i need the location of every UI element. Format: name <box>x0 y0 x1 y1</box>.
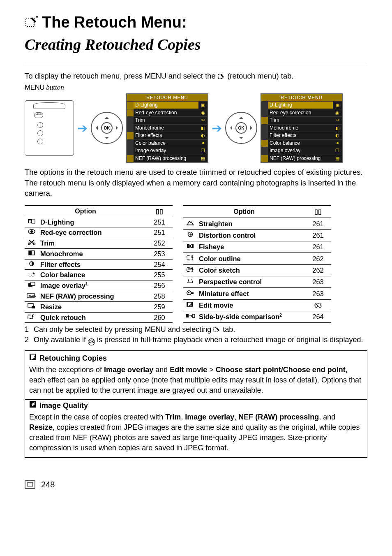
options-tables: Option▯▯ ED-Lighting251Red-eye correctio… <box>25 205 367 323</box>
table-row: Distortion control261 <box>183 229 331 241</box>
svg-point-13 <box>29 274 31 276</box>
page-ref: 262 <box>305 253 331 264</box>
footnotes: 1Can only be selected by pressing MENU a… <box>25 324 367 345</box>
svg-rect-11 <box>29 251 32 255</box>
page-ref: 256 <box>146 280 173 291</box>
page-ref-icon: ▯▯ <box>156 208 163 215</box>
table-row: Fisheye261 <box>183 241 331 253</box>
retouch-tab-icon <box>213 327 221 333</box>
option-label: Miniature effect <box>197 288 305 299</box>
dpad-2: OK <box>225 112 257 144</box>
options-table-right: Option▯▯ Straighten261Distortion control… <box>183 205 331 323</box>
page-ref: 63 <box>305 299 331 311</box>
svg-point-1 <box>36 16 38 18</box>
edmov-icon <box>183 299 197 311</box>
option-label: Color balance <box>39 270 146 280</box>
option-label: Resize <box>39 301 146 312</box>
svg-rect-37 <box>192 314 195 317</box>
page-ref: 251 <box>146 227 173 238</box>
svg-rect-22 <box>28 315 32 319</box>
redeye-icon <box>25 227 39 238</box>
ok-button-icon: OK <box>88 338 95 345</box>
sbs-icon <box>183 311 197 322</box>
arrow-icon: ➔ <box>77 120 88 137</box>
colorbal-icon <box>25 270 39 280</box>
distort-icon <box>183 229 197 241</box>
overlay-icon <box>25 280 39 291</box>
page-ref: 259 <box>146 301 173 312</box>
option-label: Color outline <box>197 253 305 264</box>
table-row: Color sketch262 <box>183 264 331 276</box>
quick-icon <box>25 312 39 323</box>
svg-rect-31 <box>191 292 194 294</box>
option-label: Side-by-side comparison2 <box>197 311 305 322</box>
page-footer: 248 <box>25 479 367 491</box>
dlight-icon: E <box>25 217 39 227</box>
svg-text:+: + <box>35 295 37 298</box>
table-row: Side-by-side comparison2264 <box>183 311 331 322</box>
page-ref: 252 <box>146 238 173 249</box>
filter-icon <box>25 259 39 270</box>
dpad-1: OK <box>91 112 123 144</box>
title-line-1: The Retouch Menu: <box>25 12 367 33</box>
mono-icon <box>25 248 39 259</box>
page-ref: 260 <box>146 312 173 323</box>
camera-illustration <box>25 100 74 156</box>
svg-rect-16 <box>31 282 35 285</box>
option-label: Quick retouch <box>39 312 146 323</box>
lcd-1: RETOUCH MENU D-Lighting▣ Red-eye correct… <box>126 93 208 163</box>
page-ref: 258 <box>146 291 173 302</box>
table-row: Color balance255 <box>25 270 173 280</box>
table-row: Quick retouch260 <box>25 312 173 323</box>
menu-button-caption: MENU button <box>25 83 367 92</box>
option-label: D-Lighting <box>39 217 146 227</box>
title-text-1: The Retouch Menu: <box>42 12 187 33</box>
section-tab-icon <box>25 480 35 489</box>
option-label: Perspective control <box>197 276 305 287</box>
sketch-icon <box>183 264 197 276</box>
option-label: Image overlay1 <box>39 280 146 291</box>
option-label: Red-eye correction <box>39 227 146 238</box>
trim-icon <box>25 238 39 249</box>
outline-icon <box>183 253 197 264</box>
table-row: Color outline262 <box>183 253 331 264</box>
page-ref: 253 <box>146 248 173 259</box>
svg-rect-36 <box>186 314 189 317</box>
page-ref: 261 <box>305 218 331 229</box>
svg-point-7 <box>30 230 33 233</box>
page-ref: 261 <box>305 229 331 241</box>
option-label: Monochrome <box>39 248 146 259</box>
page-ref: 262 <box>305 264 331 276</box>
page-ref: 263 <box>305 288 331 299</box>
page-ref: 251 <box>146 217 173 227</box>
svg-rect-23 <box>187 225 194 225</box>
page-number: 248 <box>41 479 55 491</box>
page-ref: 255 <box>146 270 173 280</box>
rawproc-icon: RAW+ <box>25 291 39 302</box>
table-row: Perspective control263 <box>183 276 331 287</box>
table-row: Monochrome253 <box>25 248 173 259</box>
table-row: Edit movie63 <box>183 299 331 311</box>
svg-rect-4 <box>32 219 35 223</box>
info-icon <box>29 401 37 411</box>
page-ref: 263 <box>305 276 331 287</box>
fisheye-icon <box>183 241 197 253</box>
svg-rect-21 <box>32 306 35 308</box>
table-row: ED-Lighting251 <box>25 217 173 227</box>
page-ref: 264 <box>305 311 331 322</box>
page-ref: 254 <box>146 259 173 270</box>
paragraph-description: The options in the retouch menu are used… <box>25 167 367 199</box>
lcd-2: RETOUCH MENU D-Lighting▣ Red-eye correct… <box>261 93 343 163</box>
retouch-tab-icon <box>218 74 225 79</box>
table-row: RAW+NEF (RAW) processing258 <box>25 291 173 302</box>
option-label: Color sketch <box>197 264 305 276</box>
table-row: Straighten261 <box>183 218 331 229</box>
table-row: Red-eye correction251 <box>25 227 173 238</box>
resize-icon <box>25 301 39 312</box>
table-row: Filter effects254 <box>25 259 173 270</box>
retouch-icon <box>25 16 39 29</box>
note-image-quality: Image Quality Except in the case of copi… <box>25 400 367 457</box>
option-label: Distortion control <box>197 229 305 241</box>
table-row: Resize259 <box>25 301 173 312</box>
page-ref-icon: ▯▯ <box>314 208 322 215</box>
